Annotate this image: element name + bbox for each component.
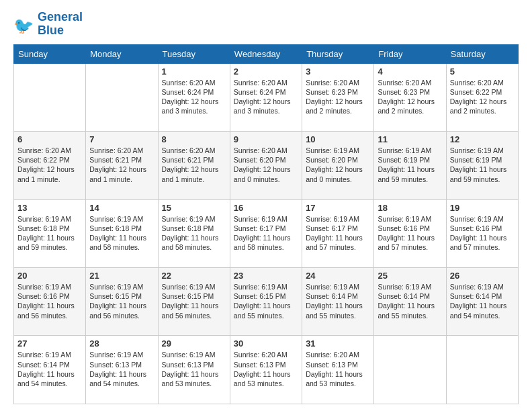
- calendar-cell: 29Sunrise: 6:19 AMSunset: 6:13 PMDayligh…: [158, 336, 230, 404]
- day-header-wednesday: Wednesday: [230, 44, 302, 63]
- cell-content: Sunrise: 6:20 AMSunset: 6:21 PMDaylight:…: [89, 146, 154, 184]
- calendar-cell: 23Sunrise: 6:19 AMSunset: 6:15 PMDayligh…: [230, 268, 302, 336]
- calendar-cell: 17Sunrise: 6:19 AMSunset: 6:17 PMDayligh…: [302, 199, 374, 267]
- logo-text: General Blue: [38, 11, 83, 38]
- day-number: 24: [306, 271, 370, 281]
- logo-general: General: [38, 10, 83, 24]
- cell-content: Sunrise: 6:19 AMSunset: 6:15 PMDaylight:…: [162, 282, 226, 320]
- day-number: 8: [162, 134, 226, 144]
- cell-content: Sunrise: 6:20 AMSunset: 6:22 PMDaylight:…: [450, 78, 515, 116]
- day-number: 3: [306, 66, 370, 77]
- cell-content: Sunrise: 6:19 AMSunset: 6:20 PMDaylight:…: [306, 146, 370, 184]
- day-number: 26: [450, 271, 515, 281]
- day-number: 9: [234, 134, 298, 144]
- calendar-cell: [86, 63, 158, 131]
- day-header-sunday: Sunday: [14, 44, 86, 63]
- calendar-cell: 26Sunrise: 6:19 AMSunset: 6:14 PMDayligh…: [446, 268, 518, 336]
- cell-content: Sunrise: 6:20 AMSunset: 6:21 PMDaylight:…: [162, 146, 226, 184]
- cell-content: Sunrise: 6:19 AMSunset: 6:15 PMDaylight:…: [234, 282, 298, 320]
- cell-content: Sunrise: 6:19 AMSunset: 6:14 PMDaylight:…: [378, 282, 442, 320]
- day-number: 22: [162, 271, 226, 281]
- day-number: 25: [378, 271, 442, 281]
- header: 🐦 General Blue: [13, 11, 519, 38]
- day-header-friday: Friday: [374, 44, 446, 63]
- cell-content: Sunrise: 6:19 AMSunset: 6:19 PMDaylight:…: [378, 146, 442, 184]
- day-number: 21: [89, 271, 154, 281]
- calendar-cell: 9Sunrise: 6:20 AMSunset: 6:20 PMDaylight…: [230, 132, 302, 199]
- calendar-cell: 21Sunrise: 6:19 AMSunset: 6:15 PMDayligh…: [86, 268, 158, 336]
- cell-content: Sunrise: 6:19 AMSunset: 6:18 PMDaylight:…: [17, 214, 82, 253]
- cell-content: Sunrise: 6:19 AMSunset: 6:14 PMDaylight:…: [17, 350, 82, 388]
- day-number: 20: [17, 271, 82, 281]
- day-number: 13: [17, 203, 82, 213]
- cell-content: Sunrise: 6:19 AMSunset: 6:18 PMDaylight:…: [162, 214, 226, 253]
- calendar-cell: 13Sunrise: 6:19 AMSunset: 6:18 PMDayligh…: [14, 199, 86, 267]
- cell-content: Sunrise: 6:19 AMSunset: 6:16 PMDaylight:…: [17, 282, 82, 320]
- calendar-cell: [14, 63, 86, 131]
- cell-content: Sunrise: 6:19 AMSunset: 6:16 PMDaylight:…: [378, 214, 442, 253]
- calendar-cell: 4Sunrise: 6:20 AMSunset: 6:23 PMDaylight…: [374, 63, 446, 131]
- week-row-4: 20Sunrise: 6:19 AMSunset: 6:16 PMDayligh…: [14, 268, 519, 336]
- day-header-thursday: Thursday: [302, 44, 374, 63]
- calendar-cell: 25Sunrise: 6:19 AMSunset: 6:14 PMDayligh…: [374, 268, 446, 336]
- cell-content: Sunrise: 6:19 AMSunset: 6:16 PMDaylight:…: [450, 214, 515, 253]
- calendar-cell: 30Sunrise: 6:20 AMSunset: 6:13 PMDayligh…: [230, 336, 302, 404]
- day-number: 12: [450, 134, 515, 144]
- day-number: 1: [162, 66, 226, 77]
- day-number: 4: [378, 66, 442, 77]
- cell-content: Sunrise: 6:20 AMSunset: 6:22 PMDaylight:…: [17, 146, 82, 184]
- calendar-cell: [374, 336, 446, 404]
- logo-blue: Blue: [38, 24, 83, 38]
- calendar-cell: 12Sunrise: 6:19 AMSunset: 6:19 PMDayligh…: [446, 132, 518, 199]
- day-number: 5: [450, 66, 515, 77]
- calendar-cell: 27Sunrise: 6:19 AMSunset: 6:14 PMDayligh…: [14, 336, 86, 404]
- calendar-cell: 14Sunrise: 6:19 AMSunset: 6:18 PMDayligh…: [86, 199, 158, 267]
- cell-content: Sunrise: 6:20 AMSunset: 6:20 PMDaylight:…: [234, 146, 298, 184]
- day-header-monday: Monday: [86, 44, 158, 63]
- calendar-cell: 6Sunrise: 6:20 AMSunset: 6:22 PMDaylight…: [14, 132, 86, 199]
- calendar-header-row: SundayMondayTuesdayWednesdayThursdayFrid…: [14, 44, 519, 63]
- day-header-tuesday: Tuesday: [158, 44, 230, 63]
- day-number: 19: [450, 203, 515, 213]
- cell-content: Sunrise: 6:20 AMSunset: 6:13 PMDaylight:…: [306, 350, 370, 388]
- cell-content: Sunrise: 6:20 AMSunset: 6:23 PMDaylight:…: [306, 78, 370, 116]
- day-number: 16: [234, 203, 298, 213]
- cell-content: Sunrise: 6:19 AMSunset: 6:17 PMDaylight:…: [306, 214, 370, 253]
- svg-text:🐦: 🐦: [13, 15, 34, 34]
- cell-content: Sunrise: 6:19 AMSunset: 6:13 PMDaylight:…: [89, 350, 154, 388]
- cell-content: Sunrise: 6:20 AMSunset: 6:23 PMDaylight:…: [378, 78, 442, 116]
- day-number: 10: [306, 134, 370, 144]
- cell-content: Sunrise: 6:19 AMSunset: 6:13 PMDaylight:…: [162, 350, 226, 388]
- cell-content: Sunrise: 6:20 AMSunset: 6:24 PMDaylight:…: [234, 78, 298, 116]
- calendar-cell: 3Sunrise: 6:20 AMSunset: 6:23 PMDaylight…: [302, 63, 374, 131]
- page: 🐦 General Blue SundayMondayTuesdayWednes…: [0, 0, 532, 411]
- calendar-cell: 20Sunrise: 6:19 AMSunset: 6:16 PMDayligh…: [14, 268, 86, 336]
- calendar-cell: 28Sunrise: 6:19 AMSunset: 6:13 PMDayligh…: [86, 336, 158, 404]
- day-number: 31: [306, 338, 370, 349]
- calendar-cell: [446, 336, 518, 404]
- calendar-table: SundayMondayTuesdayWednesdayThursdayFrid…: [13, 44, 519, 404]
- cell-content: Sunrise: 6:19 AMSunset: 6:19 PMDaylight:…: [450, 146, 515, 184]
- week-row-1: 1Sunrise: 6:20 AMSunset: 6:24 PMDaylight…: [14, 63, 519, 131]
- calendar-cell: 2Sunrise: 6:20 AMSunset: 6:24 PMDaylight…: [230, 63, 302, 131]
- logo: 🐦 General Blue: [13, 11, 83, 38]
- cell-content: Sunrise: 6:19 AMSunset: 6:17 PMDaylight:…: [234, 214, 298, 253]
- calendar-cell: 1Sunrise: 6:20 AMSunset: 6:24 PMDaylight…: [158, 63, 230, 131]
- calendar-cell: 24Sunrise: 6:19 AMSunset: 6:14 PMDayligh…: [302, 268, 374, 336]
- day-number: 11: [378, 134, 442, 144]
- calendar-cell: 7Sunrise: 6:20 AMSunset: 6:21 PMDaylight…: [86, 132, 158, 199]
- day-number: 23: [234, 271, 298, 281]
- cell-content: Sunrise: 6:19 AMSunset: 6:15 PMDaylight:…: [89, 282, 154, 320]
- day-number: 30: [234, 338, 298, 349]
- week-row-5: 27Sunrise: 6:19 AMSunset: 6:14 PMDayligh…: [14, 336, 519, 404]
- calendar-cell: 8Sunrise: 6:20 AMSunset: 6:21 PMDaylight…: [158, 132, 230, 199]
- calendar-cell: 5Sunrise: 6:20 AMSunset: 6:22 PMDaylight…: [446, 63, 518, 131]
- logo-bird-icon: 🐦: [13, 15, 35, 34]
- calendar-cell: 16Sunrise: 6:19 AMSunset: 6:17 PMDayligh…: [230, 199, 302, 267]
- day-number: 27: [17, 338, 82, 349]
- day-number: 6: [17, 134, 82, 144]
- cell-content: Sunrise: 6:20 AMSunset: 6:13 PMDaylight:…: [234, 350, 298, 388]
- cell-content: Sunrise: 6:19 AMSunset: 6:14 PMDaylight:…: [306, 282, 370, 320]
- week-row-3: 13Sunrise: 6:19 AMSunset: 6:18 PMDayligh…: [14, 199, 519, 267]
- day-number: 17: [306, 203, 370, 213]
